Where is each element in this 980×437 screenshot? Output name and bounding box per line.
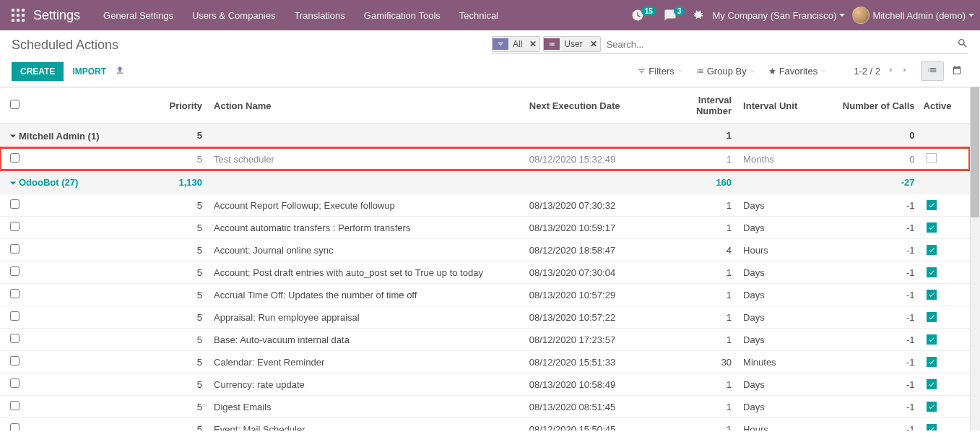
table-row[interactable]: 5Appraisal: Run employee appraisal08/13/… [0, 306, 970, 329]
row-checkbox[interactable] [10, 401, 19, 410]
active-checkbox-checked[interactable] [927, 334, 937, 345]
facet-remove[interactable]: ✕ [526, 39, 539, 49]
cell-active [921, 147, 970, 170]
upload-icon[interactable] [115, 65, 125, 77]
row-checkbox[interactable] [10, 378, 19, 388]
row-checkbox[interactable] [10, 222, 19, 231]
user-menu[interactable]: Mitchell Admin (demo) [852, 7, 974, 24]
nav-item[interactable]: Gamification Tools [355, 3, 449, 28]
group-toggle[interactable]: OdooBot (27) [10, 177, 78, 188]
table-row[interactable]: 5Calendar: Event Reminder08/12/2020 15:5… [0, 351, 970, 373]
group-header-row[interactable]: OdooBot (27)1,130160-27 [0, 170, 970, 194]
nav-menu: General SettingsUsers & CompaniesTransla… [95, 3, 507, 28]
pager-prev[interactable] [886, 66, 895, 77]
caret-down-icon [677, 70, 683, 73]
groupby-dropdown[interactable]: Group By [696, 66, 755, 77]
active-checkbox-checked[interactable] [927, 424, 937, 431]
row-checkbox[interactable] [10, 153, 19, 163]
filters-dropdown[interactable]: Filters [638, 66, 682, 77]
table-row[interactable]: 5Base: Auto-vacuum internal data08/12/20… [0, 329, 970, 351]
favorites-dropdown[interactable]: Favorites [768, 66, 826, 77]
col-num-calls[interactable]: Number of Calls [827, 87, 920, 124]
table-row[interactable]: 5Account; Post draft entries with auto_p… [0, 261, 970, 284]
svg-rect-4 [17, 14, 19, 17]
col-interval-unit[interactable]: Interval Unit [737, 87, 827, 124]
active-checkbox-checked[interactable] [927, 200, 937, 210]
row-checkbox[interactable] [10, 267, 19, 276]
control-panel: Scheduled Actions All✕User✕ CREATE IMPOR… [0, 30, 980, 87]
active-checkbox-unchecked[interactable] [927, 153, 937, 163]
nav-item[interactable]: Users & Companies [183, 3, 285, 28]
search-icon[interactable] [957, 38, 968, 51]
table-row[interactable]: 5Accrual Time Off: Updates the number of… [0, 284, 970, 306]
row-checkbox[interactable] [10, 199, 19, 209]
nav-item[interactable]: General Settings [95, 3, 182, 28]
row-checkbox[interactable] [10, 423, 19, 430]
table-row[interactable]: 5Account automatic transfers : Perform t… [0, 217, 970, 239]
debug-icon[interactable] [692, 9, 705, 22]
list-icon [544, 38, 560, 50]
active-checkbox-checked[interactable] [927, 402, 937, 412]
pager-range: 1-2 / 2 [854, 66, 880, 77]
list-view-button[interactable] [921, 61, 944, 81]
table-row[interactable]: 5Currency: rate update08/13/2020 10:58:4… [0, 373, 970, 396]
user-name: Mitchell Admin (demo) [872, 10, 966, 21]
group-interval-sum: 1 [661, 124, 737, 148]
active-checkbox-checked[interactable] [927, 357, 937, 367]
pager-next[interactable] [901, 66, 909, 77]
row-checkbox[interactable] [10, 334, 19, 343]
active-checkbox-checked[interactable] [927, 312, 937, 322]
messages-icon[interactable]: 3 [664, 9, 685, 22]
col-interval-num[interactable]: Interval Number [661, 87, 737, 124]
row-checkbox[interactable] [10, 311, 19, 321]
row-checkbox[interactable] [10, 289, 19, 298]
active-checkbox-checked[interactable] [927, 222, 937, 233]
group-header-row[interactable]: Mitchell Admin (1)510 [0, 124, 970, 148]
col-action-name[interactable]: Action Name [208, 87, 524, 124]
scrollbar-thumb[interactable] [971, 87, 979, 217]
breadcrumb: Scheduled Actions [12, 38, 118, 53]
import-button[interactable]: IMPORT [72, 66, 106, 77]
col-next-exec[interactable]: Next Execution Date [524, 87, 661, 124]
calendar-view-button[interactable] [945, 61, 968, 81]
table-row[interactable]: 5Test scheduler08/12/2020 15:32:491Month… [0, 147, 970, 170]
filter-facet: All✕ [492, 36, 540, 52]
facet-remove[interactable]: ✕ [587, 39, 600, 49]
company-name: My Company (San Francisco) [712, 10, 836, 21]
nav-item[interactable]: Technical [451, 3, 507, 28]
active-checkbox-checked[interactable] [927, 379, 937, 389]
cell-num-calls: -1 [827, 396, 920, 418]
cell-active [921, 194, 970, 217]
cell-action-name: Calendar: Event Reminder [208, 351, 524, 373]
active-checkbox-checked[interactable] [927, 290, 937, 300]
table-row[interactable]: 5Digest Emails08/13/2020 08:51:451Days-1 [0, 396, 970, 418]
row-checkbox[interactable] [10, 356, 19, 365]
create-button[interactable]: CREATE [12, 62, 64, 81]
group-calls-sum: -27 [827, 170, 920, 194]
group-label: Mitchell Admin (1) [19, 131, 99, 142]
cell-interval-num: 1 [661, 373, 737, 396]
table-row[interactable]: 5Account Report Followup; Execute follow… [0, 194, 970, 217]
search-input[interactable] [604, 38, 957, 51]
table-row[interactable]: 5Event: Mail Scheduler08/12/2020 15:50:4… [0, 418, 970, 431]
select-all-checkbox[interactable] [10, 100, 19, 109]
col-active[interactable]: Active [921, 87, 970, 124]
cell-interval-unit: Days [737, 373, 827, 396]
cell-active [921, 329, 970, 351]
active-checkbox-checked[interactable] [927, 267, 937, 277]
app-title[interactable]: Settings [33, 8, 80, 23]
activity-icon[interactable]: 15 [631, 9, 656, 22]
scrollbar[interactable] [970, 87, 980, 430]
group-toggle[interactable]: Mitchell Admin (1) [10, 131, 99, 142]
table-row[interactable]: 5Account: Journal online sync08/12/2020 … [0, 239, 970, 261]
cell-priority: 5 [105, 217, 208, 239]
col-priority[interactable]: Priority [105, 87, 208, 124]
company-switcher[interactable]: My Company (San Francisco) [712, 10, 845, 21]
group-label: OdooBot (27) [19, 177, 78, 188]
search-bar[interactable]: All✕User✕ [492, 36, 968, 54]
active-checkbox-checked[interactable] [927, 245, 937, 255]
cell-next-exec: 08/13/2020 10:58:49 [524, 373, 661, 396]
row-checkbox[interactable] [10, 244, 19, 254]
apps-menu-icon[interactable] [6, 9, 30, 22]
nav-item[interactable]: Translations [286, 3, 354, 28]
